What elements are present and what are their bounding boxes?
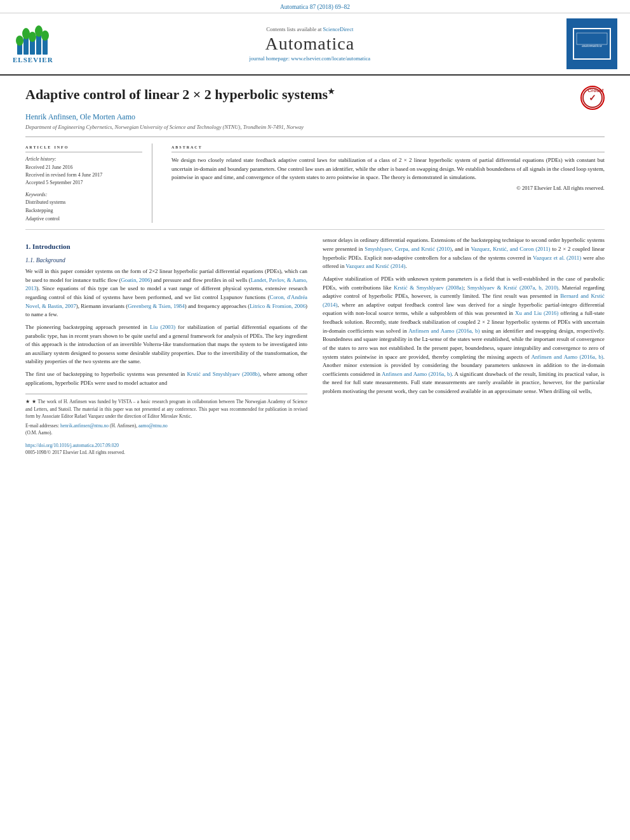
keyword-backstepping: Backstepping xyxy=(25,207,142,215)
history-label: Article history: xyxy=(25,156,142,162)
svg-rect-1 xyxy=(23,37,29,55)
ref-smysh-krstic-2007[interactable]: Smyshlyaev & Krstić (2007a, b, 2010) xyxy=(467,284,558,291)
footnote-section: ★ ★ The work of H. Anfinsen was funded b… xyxy=(25,394,307,436)
ref-vazquez-krstic-2014[interactable]: Vazquez and Krstić (2014) xyxy=(345,263,405,269)
right-para-2: Adaptive stabilization of PDEs with unkn… xyxy=(323,275,605,396)
elsevier-tree-icon xyxy=(14,24,52,56)
abstract-heading: abstract xyxy=(171,143,605,152)
intro-para-2: The pioneering backstepping approach pre… xyxy=(25,323,307,366)
footnote-email-line: E-mail addresses: henrik.anfinsen@ntnu.n… xyxy=(25,422,307,429)
abstract-text: We design two closely related state feed… xyxy=(171,156,605,182)
crossmark-badge[interactable]: ✓ CrossMark xyxy=(580,86,605,110)
email2-link[interactable]: aamo@ntnu.no xyxy=(138,423,168,429)
footnote-star-text: ★ ★ The work of H. Anfinsen was funded b… xyxy=(25,398,307,420)
paper-title: Adaptive control of linear 2 × 2 hyperbo… xyxy=(25,86,335,104)
ref-goatin[interactable]: Goatin, 2006 xyxy=(121,277,150,283)
paper-title-block: Adaptive control of linear 2 × 2 hyperbo… xyxy=(25,86,335,104)
intro-para-3: The first use of backstepping to hyperbo… xyxy=(25,370,307,387)
automatica-logo-box: automatica xyxy=(566,18,617,69)
ref-litrico[interactable]: Litrico & Fromion, 2006 xyxy=(250,303,305,309)
journal-reference-text: Automatica 87 (2018) 69–82 xyxy=(280,4,350,10)
abstract-panel: abstract We design two closely related s… xyxy=(171,143,605,223)
journal-header: ELSEVIER Contents lists available at Sci… xyxy=(0,13,630,76)
accepted-date: Accepted 5 September 2017 xyxy=(25,179,142,187)
intro-heading: 1. Introduction xyxy=(25,241,307,252)
ref-anfinsen-aamo-missing[interactable]: Anfinsen and Aamo (2016a, b) xyxy=(532,354,603,360)
ref-bernard-krstic[interactable]: Bernard and Krstić (2014) xyxy=(323,293,605,308)
article-info-panel: article info Article history: Received 2… xyxy=(25,143,152,223)
journal-title: Automatica xyxy=(60,34,560,54)
received-date: Received 21 June 2016 xyxy=(25,164,142,171)
ref-vazquez-krstic-coron[interactable]: Vazquez, Krstić, and Coron (2011) xyxy=(471,246,550,252)
svg-text:automatica: automatica xyxy=(582,43,602,48)
main-content: Adaptive control of linear 2 × 2 hyperbo… xyxy=(0,76,630,467)
keyword-adaptive: Adaptive control xyxy=(25,215,142,223)
svg-text:CrossMark: CrossMark xyxy=(587,88,603,93)
ref-smyshlyaev-cerpa[interactable]: Smyshlyaev, Cerpa, and Krstić (2010) xyxy=(365,246,452,252)
svg-point-9 xyxy=(41,30,49,41)
homepage-url[interactable]: www.elsevier.com/locate/automatica xyxy=(291,55,370,62)
keywords-label: Keywords: xyxy=(25,192,142,197)
article-info-heading: article info xyxy=(25,143,142,152)
right-para-1: sensor delays in ordinary differential e… xyxy=(323,236,605,271)
intro-para-1: We will in this paper consider systems o… xyxy=(25,267,307,319)
email1-link[interactable]: henrik.anfinsen@ntnu.no xyxy=(60,423,109,429)
right-body-col: sensor delays in ordinary differential e… xyxy=(323,236,605,456)
ref-liu[interactable]: Liu (2003) xyxy=(150,324,175,330)
svg-rect-2 xyxy=(30,40,35,55)
section-divider xyxy=(25,229,605,230)
svg-point-7 xyxy=(29,32,36,42)
left-body-col: 1. Introduction 1.1. Background We will … xyxy=(25,236,307,456)
authors-line: Henrik Anfinsen, Ole Morten Aamo xyxy=(25,112,605,122)
ref-landet[interactable]: Landet, Pavlov, & Aamo, 2013 xyxy=(25,277,307,292)
automatica-journal-icon: automatica xyxy=(574,29,610,58)
ref-krstic-smyshlyaev[interactable]: Krstić and Smyshlyaev (2008b) xyxy=(187,371,259,377)
ref-vazquez-etal[interactable]: Vazquez et al. (2011) xyxy=(533,255,581,261)
elsevier-wordmark: ELSEVIER xyxy=(13,56,53,63)
elsevier-logo: ELSEVIER xyxy=(13,24,53,63)
crossmark-icon: ✓ CrossMark xyxy=(582,87,603,109)
journal-center-info: Contents lists available at ScienceDirec… xyxy=(60,26,560,62)
ref-greenberg[interactable]: Greenberg & Tsien, 1984 xyxy=(128,303,184,309)
affiliation-line: Department of Engineering Cybernetics, N… xyxy=(25,124,605,130)
article-info-abstract: article info Article history: Received 2… xyxy=(25,137,605,223)
background-subheading: 1.1. Background xyxy=(25,256,307,265)
journal-reference-bar: Automatica 87 (2018) 69–82 xyxy=(0,0,630,13)
svg-text:✓: ✓ xyxy=(589,93,596,103)
abstract-copyright: © 2017 Elsevier Ltd. All rights reserved… xyxy=(171,185,605,191)
journal-homepage-line: journal homepage: www.elsevier.com/locat… xyxy=(60,55,560,62)
revised-date: Received in revised form 4 June 2017 xyxy=(25,171,142,179)
ref-anfinsen-aamo-boundary[interactable]: Anfinsen and Aamo (2016a, b) xyxy=(382,371,452,377)
keyword-distributed: Distributed systems xyxy=(25,199,142,207)
footnote-author2: (O.M. Aamo). xyxy=(25,429,307,436)
copyright-line: 0005-1098/© 2017 Elsevier Ltd. All right… xyxy=(25,449,307,457)
contents-line: Contents lists available at ScienceDirec… xyxy=(60,26,560,32)
ref-xu-liu[interactable]: Xu and Liu (2016) xyxy=(515,310,558,316)
paper-title-section: Adaptive control of linear 2 × 2 hyperbo… xyxy=(25,86,605,110)
svg-point-5 xyxy=(16,36,23,46)
sciencedirect-link[interactable]: ScienceDirect xyxy=(323,26,354,32)
doi-line: https://doi.org/10.1016/j.automatica.201… xyxy=(25,442,307,450)
ref-anfinsen-aamo-2016[interactable]: Anfinsen and Aamo (2016a, b) xyxy=(408,328,479,334)
body-columns: 1. Introduction 1.1. Background We will … xyxy=(25,236,605,456)
ref-krstic-smysh-2008a[interactable]: Krstić & Smyshlyaev (2008a) xyxy=(394,284,464,291)
